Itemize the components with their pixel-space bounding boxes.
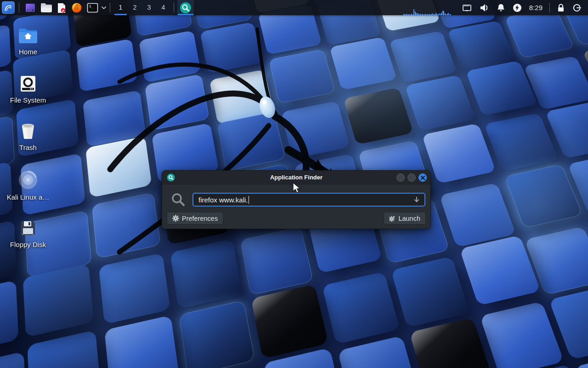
desktop-item-label: Trash [19,144,37,151]
chevron-down-icon [101,6,107,10]
desktop-item-home[interactable]: Home [2,28,54,56]
svg-text:$_: $_ [89,5,93,8]
wallpaper-cube [391,256,470,328]
launcher-window-app-button[interactable] [23,0,38,15]
minimize-button[interactable] [396,173,405,182]
power-bolt-icon [513,3,522,12]
file-manager-icon [40,3,52,13]
titlebar[interactable]: Application Finder [162,171,430,184]
desktop-item-label: Floppy Disk [10,241,46,248]
desktop-item-trash[interactable]: Trash [2,122,54,152]
terminal-dropdown-button[interactable] [101,6,107,10]
wallpaper-cube [322,271,400,344]
desktop-item-file-system[interactable]: File System [2,75,54,104]
preferences-label: Preferences [182,215,218,222]
floppy-disk-icon [19,219,37,237]
launcher-firefox-button[interactable] [69,0,85,15]
wallpaper-cube [251,284,328,359]
disc-icon [18,170,38,190]
bell-icon [497,3,505,12]
launcher-terminal-button[interactable]: $_ [85,0,101,15]
network-tray-button[interactable] [458,0,475,15]
history-dropdown-button[interactable] [413,196,420,205]
power-tray-button[interactable] [509,0,526,15]
preferences-button[interactable]: Preferences [167,212,223,224]
wallpaper-cube [179,300,255,368]
wallpaper-cube [269,49,335,104]
terminal-icon: $_ [87,3,98,13]
wallpaper-cube [409,317,492,368]
launcher-file-manager-button[interactable] [38,0,54,15]
panel-separator [549,3,550,12]
workspace-1[interactable]: 1 [113,0,128,15]
launcher-text-editor-button[interactable] [54,0,69,15]
wallpaper-cube [0,351,27,368]
desktop-item-label: Home [19,48,37,56]
desktop-item-label: Kali Linux a… [7,193,50,201]
hard-drive-icon [19,75,37,92]
window-title: Application Finder [162,174,430,181]
wallpaper-cube [76,39,137,92]
wallpaper-cube [338,335,419,368]
launch-label: Launch [398,215,420,222]
wallpaper-cube [145,74,209,130]
wallpaper-cube [170,239,243,309]
close-icon [421,176,425,180]
launch-button[interactable]: Launch [384,212,426,224]
wallpaper-cube [99,253,170,324]
search-icon [170,192,186,207]
wallpaper-cube [200,22,262,74]
speaker-icon [479,3,489,12]
wallpaper-cube [344,87,413,144]
wallpaper-cube [405,75,475,131]
wallpaper-cube [104,315,180,368]
search-input-value: firefox www.kali. [198,196,248,204]
app-finder-icon [180,2,192,14]
desktop-item-floppy-disk[interactable]: Floppy Disk [2,219,54,249]
text-caret [249,196,249,204]
wallpaper-cube [439,183,516,247]
wallpaper-cube [459,235,541,305]
wallpaper-cube [92,192,161,259]
notifications-tray-button[interactable] [493,0,509,15]
wallpaper-cube [281,101,350,159]
desktop-item-label: File System [10,96,46,104]
search-input[interactable]: firefox www.kali. [192,193,425,207]
maximize-button[interactable] [407,173,416,182]
kali-logo-icon [2,1,15,14]
application-finder-window: Application Finder firefox www.kali. [162,170,431,229]
firefox-icon [71,2,82,13]
panel-separator [174,3,174,12]
desktop: Home File System Trash [0,0,588,368]
gear-icon [172,215,179,222]
workspace-4[interactable]: 4 [156,0,170,15]
kali-menu-button[interactable] [0,0,16,15]
wallpaper-cube [0,280,19,355]
arrow-down-icon [413,196,420,203]
launch-gear-icon [389,215,396,222]
workspace-2[interactable]: 2 [128,0,142,15]
close-button[interactable] [418,173,427,182]
dialog-body: firefox www.kali. [162,184,430,229]
window-app-icon [25,2,36,13]
wallpaper-cube [217,112,286,171]
app-finder-window-icon [167,173,175,184]
logout-button[interactable] [569,0,585,15]
panel-clock[interactable]: 8:29 [526,4,546,12]
text-editor-icon [57,2,67,13]
wallpaper-cube [484,113,559,172]
wallpaper-cube [422,123,496,184]
wallpaper-cube [139,30,201,83]
network-monitor-graph[interactable] [403,0,456,15]
lock-screen-button[interactable] [553,0,569,15]
wallpaper-cube [329,37,397,90]
volume-tray-button[interactable] [475,0,493,15]
home-folder-icon [18,28,38,44]
panel-separator [110,3,110,12]
lock-icon [557,3,565,12]
wallpaper-cube [27,330,101,368]
wallpaper-cube [480,301,564,368]
app-finder-task-button[interactable] [177,0,194,15]
workspace-3[interactable]: 3 [142,0,156,15]
desktop-item-kali-linux[interactable]: Kali Linux a… [2,170,54,201]
